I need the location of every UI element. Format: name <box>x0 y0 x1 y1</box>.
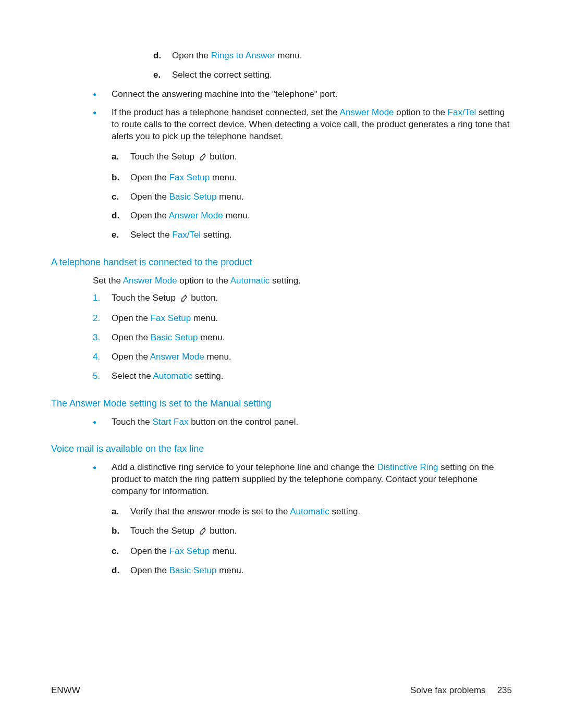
sub-a: a. Touch the Setup button. <box>112 151 512 165</box>
sub-d: d. Open the Answer Mode menu. <box>112 210 512 222</box>
link-basic-setup: Basic Setup <box>169 192 217 202</box>
sub-d: d. Open the Basic Setup menu. <box>112 565 512 577</box>
page-footer: ENWW Solve fax problems 235 <box>51 685 512 697</box>
link-automatic: Automatic <box>230 276 270 286</box>
step-d: d. Open the Rings to Answer menu. <box>153 50 512 62</box>
marker-e: e. <box>153 69 161 81</box>
link-basic-setup: Basic Setup <box>169 565 217 575</box>
text: Open the <box>112 332 151 342</box>
text: button. <box>207 152 237 162</box>
link-automatic: Automatic <box>290 507 329 516</box>
sub-c: c. Open the Fax Setup menu. <box>112 546 512 558</box>
sub-e: e. Select the Fax/Tel setting. <box>112 229 512 241</box>
text: setting. <box>201 230 232 240</box>
setup-icon <box>198 153 206 165</box>
heading-telephone-handset: A telephone handset is connected to the … <box>51 256 512 268</box>
bullet-distinctive-ring: Add a distinctive ring service to your t… <box>93 462 512 577</box>
section4-bullets: Add a distinctive ring service to your t… <box>93 462 512 577</box>
link-automatic: Automatic <box>153 371 192 381</box>
setup-icon <box>198 527 206 539</box>
footer-left: ENWW <box>51 685 80 697</box>
text: menu. <box>204 352 231 362</box>
text: Open the <box>130 546 169 556</box>
text: menu. <box>210 546 237 556</box>
sub-c: c. Open the Basic Setup menu. <box>112 191 512 203</box>
text: If the product has a telephone handset c… <box>112 107 340 117</box>
step-4: 4. Open the Answer Mode menu. <box>93 351 512 363</box>
link-fax-setup: Fax Setup <box>169 172 210 182</box>
text: Add a distinctive ring service to your t… <box>112 462 377 472</box>
section2-intro: Set the Answer Mode option to the Automa… <box>93 275 512 287</box>
marker-d: d. <box>153 50 161 62</box>
text: button. <box>207 526 237 536</box>
link-answer-mode: Answer Mode <box>123 276 177 286</box>
text: Open the <box>130 211 169 220</box>
section4-substeps: a. Verify that the answer mode is set to… <box>112 506 512 577</box>
text: Open the <box>112 352 150 362</box>
text: Open the <box>112 313 151 323</box>
link-distinctive-ring: Distinctive Ring <box>377 462 438 472</box>
text: option to the <box>177 276 230 286</box>
bullet-answer-mode: If the product has a telephone handset c… <box>93 107 512 242</box>
text: setting. <box>192 371 224 381</box>
text: Select the <box>112 371 153 381</box>
footer-right: Solve fax problems 235 <box>410 685 512 697</box>
text: button. <box>189 293 218 303</box>
text: Connect the answering machine into the "… <box>112 89 338 99</box>
text: Verify that the answer mode is set to th… <box>130 507 290 516</box>
section2-steps: 1. Touch the Setup button. 2. Open the F… <box>93 292 512 383</box>
step-2: 2. Open the Fax Setup menu. <box>93 313 512 325</box>
text: Open the <box>130 565 169 575</box>
bullet-connect-machine: Connect the answering machine into the "… <box>93 89 512 101</box>
bullet-list-1: Connect the answering machine into the "… <box>93 89 512 241</box>
step-1: 1. Touch the Setup button. <box>93 292 512 306</box>
step-3: 3. Open the Basic Setup menu. <box>93 332 512 344</box>
text: setting. <box>270 276 301 286</box>
svg-point-2 <box>200 533 201 534</box>
sub-steps: a. Touch the Setup button. b. Open the F… <box>112 151 512 242</box>
link-rings-to-answer: Rings to Answer <box>211 51 275 60</box>
sub-b: b. Touch the Setup button. <box>112 525 512 539</box>
link-basic-setup: Basic Setup <box>151 332 198 342</box>
link-answer-mode: Answer Mode <box>340 107 394 117</box>
footer-page-number: 235 <box>497 685 512 697</box>
sub-b: b. Open the Fax Setup menu. <box>112 172 512 184</box>
heading-manual-setting: The Answer Mode setting is set to the Ma… <box>51 397 512 410</box>
svg-point-1 <box>181 300 182 301</box>
page-content: d. Open the Rings to Answer menu. e. Sel… <box>0 0 563 577</box>
text: button on the control panel. <box>188 417 298 427</box>
text: menu. <box>216 565 243 575</box>
footer-section: Solve fax problems <box>410 685 486 697</box>
text: Open the <box>130 192 169 202</box>
svg-point-0 <box>200 159 201 160</box>
sub-a: a. Verify that the answer mode is set to… <box>112 506 512 518</box>
text: Open the <box>130 172 169 182</box>
setup-icon <box>179 294 188 306</box>
step-5: 5. Select the Automatic setting. <box>93 371 512 382</box>
text: menu. <box>191 313 218 323</box>
link-fax-tel: Fax/Tel <box>172 230 201 240</box>
link-answer-mode: Answer Mode <box>150 352 204 362</box>
text: menu. <box>210 172 237 182</box>
text: option to the <box>394 107 448 117</box>
bullet-start-fax: Touch the Start Fax button on the contro… <box>93 416 512 428</box>
text: Open the <box>172 51 211 60</box>
text: Touch the Setup <box>130 152 197 162</box>
text: Select the correct setting. <box>172 70 272 80</box>
link-start-fax: Start Fax <box>152 417 188 427</box>
step-e: e. Select the correct setting. <box>153 69 512 81</box>
text: Touch the <box>112 417 152 427</box>
text: menu. <box>198 332 225 342</box>
link-fax-setup: Fax Setup <box>151 313 191 323</box>
text: menu. <box>275 51 302 60</box>
text: setting. <box>329 507 361 516</box>
text: Touch the Setup <box>112 293 178 303</box>
top-continued-list: d. Open the Rings to Answer menu. e. Sel… <box>153 50 512 81</box>
text: Touch the Setup <box>130 526 197 536</box>
text: menu. <box>223 211 250 220</box>
link-fax-setup: Fax Setup <box>169 546 210 556</box>
text: menu. <box>216 192 243 202</box>
link-answer-mode: Answer Mode <box>169 211 223 220</box>
link-fax-tel: Fax/Tel <box>448 107 476 117</box>
section3-bullets: Touch the Start Fax button on the contro… <box>93 416 512 428</box>
